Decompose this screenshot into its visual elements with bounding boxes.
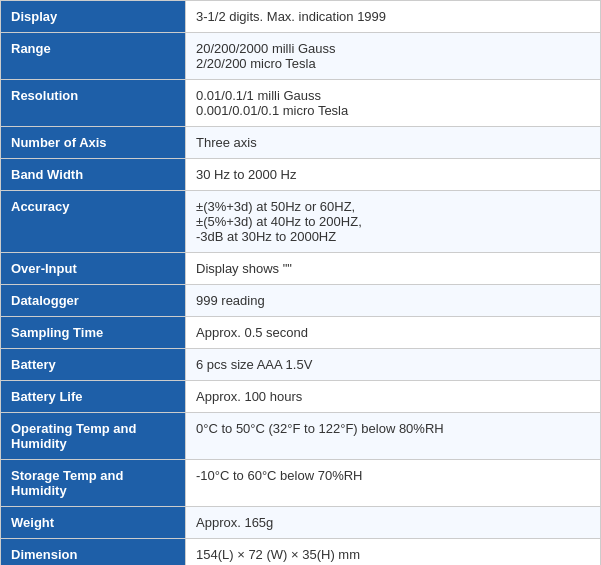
spec-value: Three axis bbox=[186, 127, 601, 159]
spec-value: 154(L) × 72 (W) × 35(H) mm bbox=[186, 539, 601, 566]
spec-label: Resolution bbox=[1, 80, 186, 127]
table-row: Display3-1/2 digits. Max. indication 199… bbox=[1, 1, 601, 33]
table-row: WeightApprox. 165g bbox=[1, 507, 601, 539]
spec-value: 0.01/0.1/1 milli Gauss0.001/0.01/0.1 mic… bbox=[186, 80, 601, 127]
spec-label: Range bbox=[1, 33, 186, 80]
spec-value: Approx. 0.5 second bbox=[186, 317, 601, 349]
table-row: Storage Temp and Humidity-10°C to 60°C b… bbox=[1, 460, 601, 507]
table-row: Over-InputDisplay shows "" bbox=[1, 253, 601, 285]
table-row: Accuracy±(3%+3d) at 50Hz or 60HZ,±(5%+3d… bbox=[1, 191, 601, 253]
spec-label: Weight bbox=[1, 507, 186, 539]
spec-value: 20/200/2000 milli Gauss2/20/200 micro Te… bbox=[186, 33, 601, 80]
table-row: Band Width30 Hz to 2000 Hz bbox=[1, 159, 601, 191]
spec-label: Battery Life bbox=[1, 381, 186, 413]
table-row: Datalogger999 reading bbox=[1, 285, 601, 317]
spec-value: 30 Hz to 2000 Hz bbox=[186, 159, 601, 191]
table-row: Number of AxisThree axis bbox=[1, 127, 601, 159]
spec-value: Approx. 100 hours bbox=[186, 381, 601, 413]
table-row: Operating Temp and Humidity0°C to 50°C (… bbox=[1, 413, 601, 460]
table-row: Dimension154(L) × 72 (W) × 35(H) mm bbox=[1, 539, 601, 566]
spec-label: Datalogger bbox=[1, 285, 186, 317]
spec-label: Battery bbox=[1, 349, 186, 381]
spec-label: Storage Temp and Humidity bbox=[1, 460, 186, 507]
spec-value: Approx. 165g bbox=[186, 507, 601, 539]
spec-label: Operating Temp and Humidity bbox=[1, 413, 186, 460]
spec-label: Display bbox=[1, 1, 186, 33]
table-row: Battery6 pcs size AAA 1.5V bbox=[1, 349, 601, 381]
spec-label: Dimension bbox=[1, 539, 186, 566]
spec-label: Over-Input bbox=[1, 253, 186, 285]
spec-value: Display shows "" bbox=[186, 253, 601, 285]
table-row: Resolution0.01/0.1/1 milli Gauss0.001/0.… bbox=[1, 80, 601, 127]
spec-label: Sampling Time bbox=[1, 317, 186, 349]
spec-value: 999 reading bbox=[186, 285, 601, 317]
spec-label: Number of Axis bbox=[1, 127, 186, 159]
spec-label: Band Width bbox=[1, 159, 186, 191]
table-row: Battery LifeApprox. 100 hours bbox=[1, 381, 601, 413]
specs-table: Display3-1/2 digits. Max. indication 199… bbox=[0, 0, 601, 565]
table-row: Sampling TimeApprox. 0.5 second bbox=[1, 317, 601, 349]
spec-value: -10°C to 60°C below 70%RH bbox=[186, 460, 601, 507]
spec-value: 6 pcs size AAA 1.5V bbox=[186, 349, 601, 381]
table-row: Range20/200/2000 milli Gauss2/20/200 mic… bbox=[1, 33, 601, 80]
spec-label: Accuracy bbox=[1, 191, 186, 253]
spec-value: 3-1/2 digits. Max. indication 1999 bbox=[186, 1, 601, 33]
spec-value: ±(3%+3d) at 50Hz or 60HZ,±(5%+3d) at 40H… bbox=[186, 191, 601, 253]
spec-value: 0°C to 50°C (32°F to 122°F) below 80%RH bbox=[186, 413, 601, 460]
